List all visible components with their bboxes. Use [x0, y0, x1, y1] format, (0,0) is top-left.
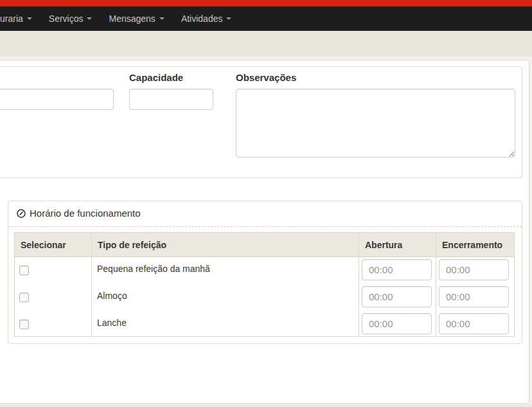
opening-time-input[interactable]: [362, 313, 432, 334]
column-header-tipo-de-refeicao: Tipo de refeição: [92, 233, 359, 257]
row-select-checkbox[interactable]: [19, 266, 29, 275]
opening-time-input[interactable]: [362, 286, 432, 307]
clock-icon: [17, 209, 26, 218]
red-top-bar: [0, 0, 532, 6]
capacity-label: Capacidade: [129, 72, 183, 83]
observations-textarea[interactable]: [236, 89, 515, 158]
schedule-panel: Horário de funcionamento Selecionar Tipo…: [8, 201, 522, 344]
meal-name: Pequena refeição da manhã: [92, 257, 359, 284]
closing-time-input[interactable]: [439, 313, 509, 334]
opening-time-input[interactable]: [362, 259, 432, 280]
closing-time-input[interactable]: [439, 259, 509, 280]
closing-time-input[interactable]: [439, 286, 509, 307]
nav-item-label: Mensagens: [109, 6, 155, 31]
nav-item-uraria[interactable]: uraria: [0, 6, 40, 31]
observations-label: Observações: [236, 72, 296, 83]
nav-item-label: Serviços: [49, 6, 84, 31]
nav-item-servicos[interactable]: Serviços: [40, 6, 101, 31]
capacity-input[interactable]: [129, 89, 213, 110]
caret-down-icon: [226, 17, 231, 20]
page: uraria Serviços Mensagens Atividades Cap…: [0, 0, 532, 407]
nav-item-atividades[interactable]: Atividades: [173, 6, 240, 31]
nav-item-mensagens[interactable]: Mensagens: [100, 6, 172, 31]
row-select-checkbox[interactable]: [19, 293, 29, 302]
table-header-row: Selecionar Tipo de refeição Abertura Enc…: [15, 233, 515, 257]
nav-menu: uraria Serviços Mensagens Atividades: [0, 6, 240, 31]
footer-strip: [0, 404, 532, 407]
row-select-checkbox[interactable]: [19, 320, 29, 329]
main-navbar: uraria Serviços Mensagens Atividades: [0, 6, 532, 31]
table-row: Lanche: [15, 311, 515, 337]
table-row: Almoço: [15, 284, 515, 311]
column-header-abertura: Abertura: [359, 233, 436, 257]
caret-down-icon: [159, 17, 164, 20]
caret-down-icon: [27, 17, 32, 20]
column-header-selecionar: Selecionar: [15, 233, 92, 257]
column-header-encerramento: Encerramento: [436, 233, 515, 257]
table-row: Pequena refeição da manhã: [15, 257, 515, 284]
unlabeled-text-input[interactable]: [0, 89, 114, 110]
page-header-band: [0, 31, 532, 57]
schedule-panel-heading: Horário de funcionamento: [8, 201, 522, 227]
caret-down-icon: [87, 17, 92, 20]
nav-item-label: Atividades: [181, 6, 223, 31]
nav-item-label: uraria: [0, 6, 23, 31]
schedule-table: Selecionar Tipo de refeição Abertura Enc…: [14, 232, 515, 337]
meal-name: Almoço: [92, 284, 359, 311]
schedule-panel-title: Horário de funcionamento: [30, 208, 141, 219]
meal-name: Lanche: [92, 311, 359, 337]
